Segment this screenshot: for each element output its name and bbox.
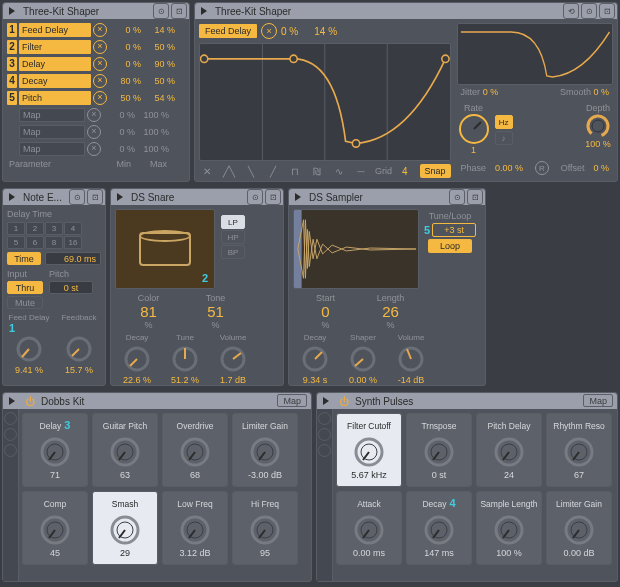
chain-view-icon[interactable] — [318, 428, 331, 441]
volume-value[interactable]: 1.7 dB — [220, 375, 246, 385]
device-save-icon[interactable]: ⊡ — [599, 3, 615, 19]
map-row[interactable]: 3 Delay × 0 % 90 % — [3, 55, 189, 72]
delay-division-button[interactable]: 16 — [64, 236, 82, 249]
param-tag[interactable]: Feed Delay — [199, 24, 257, 38]
sample-display[interactable] — [293, 209, 419, 289]
clear-icon[interactable]: × — [93, 23, 107, 37]
macro-dial[interactable] — [562, 513, 596, 547]
clear-icon[interactable]: × — [93, 40, 107, 54]
device-save-icon[interactable]: ⊡ — [265, 189, 281, 205]
jitter-value[interactable]: 0 % — [483, 87, 499, 97]
delay-division-button[interactable]: 8 — [45, 236, 63, 249]
map-param-name[interactable]: Delay — [19, 57, 91, 71]
map-min[interactable]: 0 % — [109, 59, 141, 69]
hotswap-icon[interactable]: ⟲ — [563, 3, 579, 19]
macro-value[interactable]: 147 ms — [424, 548, 454, 558]
macro-value[interactable]: 95 — [260, 548, 270, 558]
expand-icon[interactable] — [5, 190, 19, 204]
device-options-icon[interactable]: ⊙ — [581, 3, 597, 19]
map-row[interactable]: 4 Decay × 80 % 50 % — [3, 72, 189, 89]
decay-knob[interactable] — [300, 344, 330, 374]
macro-knob[interactable]: Pitch Delay 24 — [476, 413, 542, 487]
decay-knob[interactable] — [122, 344, 152, 374]
macro-value[interactable]: 68 — [190, 470, 200, 480]
macro-knob[interactable]: Sample Length 100 % — [476, 491, 542, 565]
map-row[interactable]: 1 Feed Delay × 0 % 14 % — [3, 21, 189, 38]
macro-knob[interactable]: Comp 45 — [22, 491, 88, 565]
tone-value[interactable]: 51 — [207, 303, 224, 320]
expand-icon[interactable] — [319, 394, 333, 408]
macro-knob[interactable]: Delay3 71 — [22, 413, 88, 487]
lp-button[interactable]: LP — [221, 215, 245, 229]
macro-dial[interactable] — [108, 435, 142, 469]
clear-icon[interactable]: × — [87, 108, 101, 122]
hp-button[interactable]: HP — [221, 230, 245, 244]
offset-value[interactable]: 0 % — [593, 163, 609, 173]
min-value[interactable]: 0 % — [281, 26, 298, 37]
macro-knob[interactable]: Limiter Gain 0.00 dB — [546, 491, 612, 565]
tune-value[interactable]: 51.2 % — [171, 375, 199, 385]
expand-icon[interactable] — [291, 190, 305, 204]
macro-dial[interactable] — [248, 435, 282, 469]
power-icon[interactable]: ⏻ — [23, 394, 37, 408]
map-param-name[interactable]: Decay — [19, 74, 91, 88]
macro-value[interactable]: 45 — [50, 548, 60, 558]
start-value[interactable]: 0 — [321, 303, 329, 320]
map-param-name[interactable]: Feed Delay — [19, 23, 91, 37]
expand-icon[interactable] — [197, 4, 211, 18]
map-row[interactable]: Map × 0 % 100 % — [3, 106, 189, 123]
bp-button[interactable]: BP — [221, 245, 245, 259]
macro-value[interactable]: 5.67 kHz — [351, 470, 387, 480]
depth-knob[interactable] — [585, 113, 611, 139]
macro-dial[interactable] — [492, 435, 526, 469]
map-row[interactable]: 5 Pitch × 50 % 54 % — [3, 89, 189, 106]
expand-icon[interactable] — [5, 4, 19, 18]
macro-knob[interactable]: Attack 0.00 ms — [336, 491, 402, 565]
device-options-icon[interactable]: ⊙ — [449, 189, 465, 205]
map-max[interactable]: 100 % — [137, 110, 169, 120]
map-max[interactable]: 50 % — [143, 76, 175, 86]
map-empty-slot[interactable]: Map — [19, 108, 85, 122]
clear-icon[interactable]: × — [93, 91, 107, 105]
map-max[interactable]: 90 % — [143, 59, 175, 69]
macro-dial[interactable] — [178, 513, 212, 547]
shape-random1-icon[interactable]: ₪ — [309, 165, 325, 177]
macro-knob[interactable]: Rhythm Reso 67 — [546, 413, 612, 487]
macro-knob[interactable]: Decay4 147 ms — [406, 491, 472, 565]
snap-button[interactable]: Snap — [420, 164, 451, 178]
chain-view-icon[interactable] — [4, 428, 17, 441]
expand-icon[interactable] — [113, 190, 127, 204]
feed-delay-knob[interactable] — [14, 334, 44, 364]
map-button[interactable]: Map — [277, 394, 307, 407]
macro-value[interactable]: 24 — [504, 470, 514, 480]
map-max[interactable]: 50 % — [143, 42, 175, 52]
macro-knob[interactable]: Low Freq 3.12 dB — [162, 491, 228, 565]
macro-dial[interactable] — [248, 513, 282, 547]
grid-value[interactable]: 4 — [402, 166, 408, 177]
shape-random2-icon[interactable]: ∿ — [331, 165, 347, 177]
macro-value[interactable]: 0.00 dB — [563, 548, 594, 558]
map-empty-slot[interactable]: Map — [19, 125, 85, 139]
map-row[interactable]: Map × 0 % 100 % — [3, 140, 189, 157]
volume-value[interactable]: -14 dB — [398, 375, 425, 385]
depth-value[interactable]: 100 % — [585, 139, 611, 149]
map-max[interactable]: 54 % — [143, 93, 175, 103]
shaper-value[interactable]: 0.00 % — [349, 375, 377, 385]
phase-value[interactable]: 0.00 % — [495, 163, 523, 173]
feedback-knob[interactable] — [64, 334, 94, 364]
map-min[interactable]: 50 % — [109, 93, 141, 103]
length-value[interactable]: 26 — [382, 303, 399, 320]
map-row[interactable]: 2 Filter × 0 % 50 % — [3, 38, 189, 55]
shape-flat-icon[interactable]: ─ — [353, 165, 369, 177]
volume-knob[interactable] — [396, 344, 426, 374]
macro-value[interactable]: 67 — [574, 470, 584, 480]
macro-knob[interactable]: Limiter Gain -3.00 dB — [232, 413, 298, 487]
devices-view-icon[interactable] — [4, 444, 17, 457]
loop-button[interactable]: Loop — [428, 239, 472, 253]
macro-dial[interactable] — [38, 435, 72, 469]
macro-knob[interactable]: Guitar Pitch 63 — [92, 413, 158, 487]
power-icon[interactable]: ⏻ — [337, 394, 351, 408]
map-param-name[interactable]: Filter — [19, 40, 91, 54]
shape-saw-up-icon[interactable]: ╱ — [265, 165, 281, 177]
clear-icon[interactable]: × — [87, 142, 101, 156]
